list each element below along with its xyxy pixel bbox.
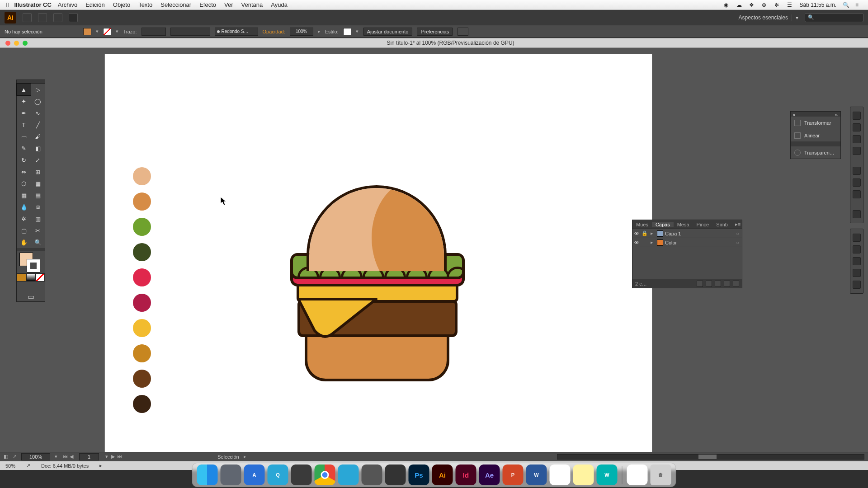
color-guide-panel-icon[interactable] [853, 123, 861, 131]
dock-app-aftereffects[interactable]: Ae [479, 465, 500, 485]
dock-app-notes[interactable] [573, 465, 594, 485]
statusbar-btn[interactable]: ↗ [13, 454, 17, 460]
perspective-tool[interactable]: ▦ [31, 178, 45, 189]
collapse-icon[interactable]: » [835, 112, 839, 116]
slice-tool[interactable]: ✂ [31, 225, 45, 236]
lock-icon[interactable]: 🔒 [641, 230, 649, 236]
dock-app-chrome[interactable] [315, 465, 335, 485]
panel-transparency[interactable]: Transparen… [791, 146, 840, 159]
tab-symbols[interactable]: Símb [712, 222, 731, 227]
window-traffic-lights[interactable] [5, 41, 28, 46]
paintbrush-tool[interactable]: 🖌 [31, 131, 45, 142]
hand-tool[interactable]: ✋ [17, 236, 31, 248]
menu-objeto[interactable]: Objeto [113, 1, 130, 8]
chevron-down-icon[interactable]: ▾ [96, 28, 99, 34]
artboard-nav[interactable]: ⏮◀ [62, 454, 75, 460]
new-sublayer-button[interactable] [715, 281, 721, 287]
status-icon[interactable]: ⊕ [762, 2, 768, 8]
panel-icon[interactable] [853, 281, 861, 289]
zoom-tool[interactable]: 🔍 [31, 236, 45, 248]
dock-app-preview[interactable] [550, 465, 571, 485]
stroke-panel-icon[interactable] [853, 147, 861, 155]
chevron-down-icon[interactable]: ▾ [116, 28, 118, 34]
screen-mode[interactable]: ▭ [17, 291, 45, 301]
palette-dot[interactable] [133, 370, 151, 388]
dock-app-filmstrip[interactable] [291, 465, 312, 485]
canvas-area[interactable]: Mues Capas Mesa Pince Símb ▸≡ 👁 🔒 ▸ Capa… [0, 48, 868, 461]
palette-dot[interactable] [133, 294, 151, 312]
panel-icon[interactable] [853, 210, 861, 218]
panel-menu-icon[interactable]: ▸≡ [731, 221, 743, 227]
layer-row[interactable]: 👁 🔒 ▸ Capa 1 ○ [632, 229, 742, 238]
blend-tool[interactable]: ⧈ [31, 201, 45, 213]
apple-icon[interactable]:  [6, 1, 9, 9]
dock-app-illustrator[interactable]: Ai [432, 465, 453, 485]
arrange-docs-button[interactable] [53, 13, 62, 22]
stroke-color[interactable] [27, 259, 40, 272]
palette-dot[interactable] [133, 319, 151, 337]
info-menu[interactable]: ▸ [99, 463, 102, 469]
tab-swatches[interactable]: Mues [632, 222, 652, 227]
palette-dot[interactable] [133, 344, 151, 362]
appbar-button[interactable] [38, 13, 47, 22]
menu-edicion[interactable]: Edición [85, 1, 105, 8]
align-button[interactable] [458, 28, 468, 36]
mac-menubar[interactable]:  Illustrator CC Archivo Edición Objeto … [0, 0, 868, 10]
info-btn[interactable]: ↗ [26, 463, 30, 469]
minimize-icon[interactable] [14, 41, 19, 46]
panel-icon[interactable] [853, 234, 861, 242]
eraser-tool[interactable]: ◧ [31, 142, 45, 154]
dock-app-settings[interactable] [362, 465, 382, 485]
palette-dot[interactable] [133, 395, 151, 413]
workspace-switcher[interactable]: Aspectos esenciales ▾ [739, 14, 798, 21]
target-icon[interactable]: ○ [736, 231, 739, 236]
horizontal-scrollbar[interactable] [557, 454, 864, 460]
color-modes[interactable] [17, 273, 45, 282]
panel-transform[interactable]: Transformar [791, 116, 840, 129]
visibility-icon[interactable]: 👁 [632, 240, 641, 245]
dock-app-powerpoint[interactable]: P [503, 465, 524, 485]
type-tool[interactable]: T [17, 119, 31, 131]
preferences-button[interactable]: Preferencias [417, 28, 453, 36]
panel-align[interactable]: Alinear [791, 129, 840, 141]
palette-dot[interactable] [133, 218, 151, 236]
tab-layers[interactable]: Capas [652, 222, 674, 227]
status-icon[interactable]: ☁ [736, 2, 743, 8]
chevron-down-icon[interactable]: ▸ [318, 28, 321, 34]
selection-tool[interactable]: ▲ [17, 84, 31, 95]
disclosure-icon[interactable]: ▸ [649, 230, 655, 236]
burger-illustration[interactable] [286, 185, 469, 380]
menu-ayuda[interactable]: Ayuda [271, 1, 288, 8]
appbar-button[interactable] [23, 13, 32, 22]
panel-icon[interactable] [853, 269, 861, 277]
menu-ventana[interactable]: Ventana [241, 1, 263, 8]
status-icon[interactable]: ✻ [774, 2, 781, 8]
scrollbar-thumb[interactable] [698, 455, 717, 459]
maximize-icon[interactable] [23, 41, 28, 46]
dock-app-doc[interactable] [627, 465, 648, 485]
rotate-tool[interactable]: ↻ [17, 154, 31, 166]
artboard[interactable] [105, 54, 652, 459]
dock-app-trash[interactable]: 🗑 [651, 465, 671, 485]
artboard-input[interactable]: 1 [79, 453, 99, 460]
new-layer-button[interactable] [724, 281, 730, 287]
opacity-input[interactable]: 100% [290, 28, 313, 36]
symbol-sprayer-tool[interactable]: ✲ [17, 213, 31, 225]
dock-app-launchpad[interactable] [221, 465, 241, 485]
mesh-tool[interactable]: ▩ [17, 189, 31, 201]
fill-swatch[interactable] [83, 28, 91, 35]
eyedropper-tool[interactable]: 💧 [17, 201, 31, 213]
palette-dot[interactable] [133, 243, 151, 261]
chevron-down-icon[interactable]: ▾ [356, 28, 359, 34]
panel-icon[interactable] [853, 135, 861, 143]
graphic-style-swatch[interactable] [343, 28, 351, 35]
zoom-input[interactable]: 100% [21, 453, 50, 460]
close-icon[interactable]: × [793, 112, 796, 116]
menubar-clock[interactable]: Sáb 11:55 a.m. [800, 2, 836, 8]
target-icon[interactable]: ○ [736, 240, 739, 245]
rectangle-tool[interactable]: ▭ [17, 131, 31, 142]
menu-efecto[interactable]: Efecto [199, 1, 216, 8]
graph-tool[interactable]: ▥ [31, 213, 45, 225]
statusbar-menu[interactable]: ▸ [244, 454, 246, 460]
properties-panel-group[interactable]: ×» Transformar Alinear Transparen… [790, 111, 841, 159]
